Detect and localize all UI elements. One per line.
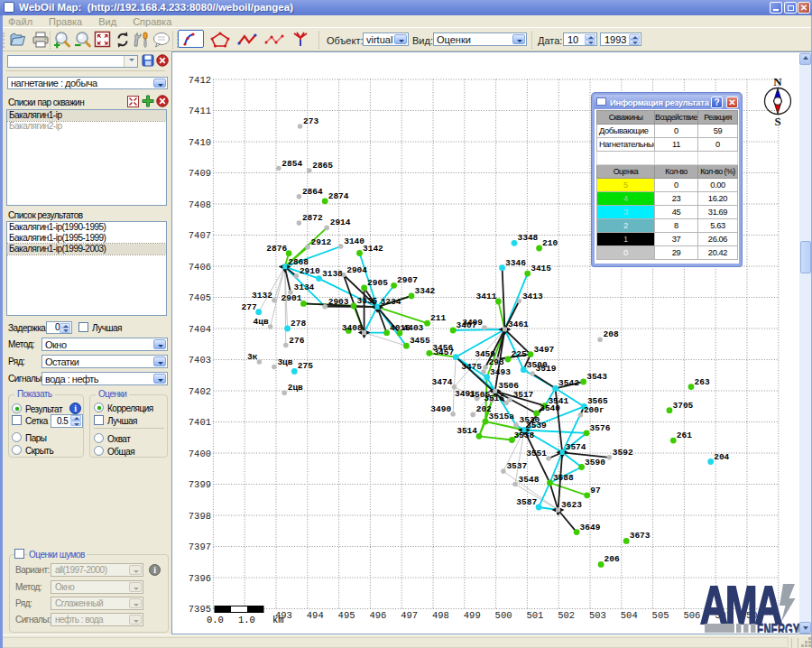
svg-text:500: 500 [495,610,512,621]
svg-text:7405: 7405 [189,292,211,303]
svg-text:7406: 7406 [189,262,211,273]
svg-text:3587: 3587 [516,497,537,507]
svg-text:7397: 7397 [189,542,211,552]
svg-text:3537: 3537 [506,461,527,471]
svg-text:3335: 3335 [357,296,378,306]
svg-text:3673: 3673 [630,531,651,541]
svg-text:2864: 2864 [302,187,323,197]
svg-text:1.0: 1.0 [238,615,255,625]
svg-text:498: 498 [432,610,449,621]
svg-text:7408: 7408 [189,199,211,210]
svg-text:3551: 3551 [526,449,547,458]
svg-text:3134: 3134 [294,282,315,292]
svg-text:7401: 7401 [189,417,211,428]
svg-text:3138: 3138 [322,269,343,279]
svg-text:3142: 3142 [363,244,383,254]
svg-text:3649: 3649 [580,523,601,532]
svg-text:2872: 2872 [302,213,323,223]
svg-text:2914: 2914 [330,218,351,227]
svg-text:503: 503 [589,610,606,621]
svg-text:0.0: 0.0 [207,615,224,625]
svg-text:210: 210 [542,238,558,248]
svg-text:2865: 2865 [312,161,333,171]
svg-text:3346: 3346 [505,258,526,268]
svg-text:211: 211 [430,313,446,323]
svg-text:2854: 2854 [281,159,302,169]
svg-text:7410: 7410 [189,137,211,148]
svg-text:3474: 3474 [432,377,453,387]
svg-text:263: 263 [695,377,710,387]
svg-text:3348: 3348 [518,233,539,243]
svg-text:2874: 2874 [328,191,349,201]
svg-text:504: 504 [621,610,638,621]
svg-text:3490: 3490 [430,404,451,414]
svg-text:502: 502 [558,610,575,621]
svg-text:3576: 3576 [590,423,611,433]
svg-text:273: 273 [303,116,318,126]
svg-text:261: 261 [677,430,692,440]
svg-text:278: 278 [291,319,306,329]
svg-text:206: 206 [604,554,620,564]
svg-text:2912: 2912 [311,237,332,247]
svg-text:2910: 2910 [300,266,320,276]
svg-text:3408: 3408 [342,323,363,333]
svg-text:3461: 3461 [508,319,529,329]
svg-text:276: 276 [289,336,304,346]
svg-text:7400: 7400 [189,449,211,459]
svg-text:3542: 3542 [558,378,579,388]
svg-text:3592: 3592 [613,448,633,458]
svg-text:2907: 2907 [397,275,418,285]
svg-text:505: 505 [652,610,669,621]
svg-text:3к: 3к [247,352,258,362]
svg-text:497: 497 [401,610,418,621]
svg-text:3519: 3519 [536,364,557,374]
svg-text:3517: 3517 [513,390,534,400]
svg-text:3538: 3538 [513,430,534,440]
svg-text:7409: 7409 [189,168,211,179]
svg-text:3234: 3234 [381,297,401,307]
svg-text:3413: 3413 [522,292,543,301]
svg-text:3140: 3140 [344,236,364,246]
svg-text:200г: 200г [584,405,604,415]
svg-text:495: 495 [338,610,355,621]
svg-text:3132: 3132 [252,291,272,301]
svg-text:3540: 3540 [540,403,560,413]
svg-text:3623: 3623 [561,500,582,510]
svg-text:7402: 7402 [189,386,211,397]
svg-text:225: 225 [512,349,527,359]
svg-text:7395: 7395 [189,604,211,615]
svg-text:7404: 7404 [189,324,211,335]
svg-text:7398: 7398 [189,511,211,522]
svg-text:3411: 3411 [476,292,497,301]
svg-text:7396: 7396 [189,573,211,584]
svg-text:4цв: 4цв [253,317,268,327]
svg-text:2901: 2901 [281,293,302,303]
svg-text:3457: 3457 [433,347,454,357]
svg-text:3415: 3415 [531,264,551,273]
svg-text:3705: 3705 [673,401,694,411]
svg-text:7412: 7412 [189,75,211,86]
svg-text:3475: 3475 [461,362,482,372]
svg-text:4403: 4403 [403,323,424,333]
svg-text:2цв: 2цв [288,383,303,393]
svg-text:3548: 3548 [519,475,540,485]
svg-text:3543: 3543 [586,372,607,382]
svg-text:2904: 2904 [346,265,367,275]
svg-text:3493: 3493 [490,367,511,377]
svg-text:2905: 2905 [367,278,388,288]
svg-text:3342: 3342 [415,286,436,296]
svg-text:3588: 3588 [553,473,574,483]
svg-text:3497: 3497 [534,345,555,355]
svg-text:506: 506 [683,610,700,621]
svg-text:3455: 3455 [410,336,430,346]
svg-text:501: 501 [526,610,543,621]
svg-text:494: 494 [307,610,324,621]
svg-text:208: 208 [604,329,619,339]
svg-text:499: 499 [464,610,481,621]
svg-text:3539: 3539 [526,421,547,430]
svg-text:7411: 7411 [189,106,211,116]
svg-text:S: S [774,115,780,128]
svg-text:3515a: 3515a [489,412,515,421]
svg-text:2876: 2876 [266,244,287,254]
svg-text:km: km [272,615,284,625]
